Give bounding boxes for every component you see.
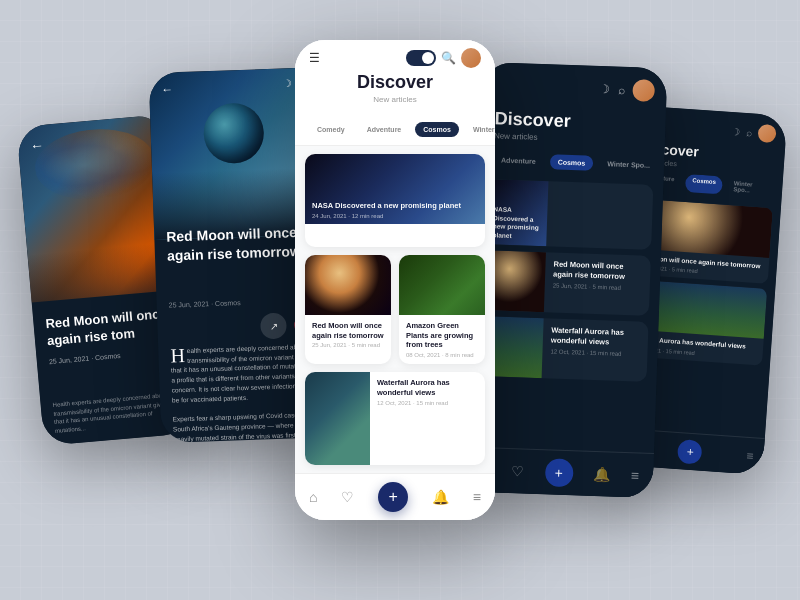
phone3-status-icons: 🔍 [406, 48, 481, 68]
phone4-tab-winter[interactable]: Winter Spo... [599, 156, 658, 173]
phone3-card-nasa-image: NASA Discovered a new promising planet 2… [305, 154, 485, 224]
phone3-home-icon[interactable]: ⌂ [309, 489, 317, 505]
phone4-header: ☽ ⌕ [481, 62, 667, 110]
phone1-back-icon[interactable]: ← [29, 137, 44, 154]
phone3-card-nasa[interactable]: NASA Discovered a new promising planet 2… [305, 154, 485, 247]
phone3-menu-icon[interactable]: ☰ [309, 51, 320, 65]
phone3-bookmark-icon[interactable]: ♡ [341, 489, 354, 505]
phone3-tab-cosmos[interactable]: Cosmos [415, 122, 459, 137]
phone4-card-moon[interactable]: Red Moon will once again rise tomorrow 2… [484, 250, 651, 316]
phone4-fab-button[interactable]: + [544, 458, 573, 487]
phone2-planet [202, 103, 264, 165]
phone5-avatar[interactable] [757, 124, 776, 143]
phone3-bell-icon[interactable]: 🔔 [432, 489, 449, 505]
phone4-card-moon-title: Red Moon will once again rise tomorrow [553, 260, 643, 283]
phone4-avatar[interactable] [632, 79, 655, 102]
phone3-card-green-title: Amazon Green Plants are growing from tre… [406, 321, 478, 350]
phone4-card-moon-body: Red Moon will once again rise tomorrow 2… [544, 252, 651, 316]
phone3-card-waterfall-meta: 12 Oct, 2021 · 15 min read [377, 400, 478, 406]
phone2-dropcap: H [170, 346, 185, 364]
phone3-tab-adventure[interactable]: Adventure [359, 122, 410, 137]
phone3-subtitle: New articles [309, 95, 481, 104]
phone-4: ☽ ⌕ Discover New articles Adventure Cosm… [468, 62, 668, 498]
phone3-card-moon[interactable]: Red Moon will once again rise tomorrow 2… [305, 255, 391, 364]
phone4-card-waterfall-meta: 12 Oct, 2021 · 15 min read [550, 348, 639, 357]
phone3-avatar[interactable] [461, 48, 481, 68]
phone3-card-green-image [399, 255, 485, 315]
phone3-header: Discover New articles [295, 72, 495, 114]
phone4-discover-title: Discover [494, 108, 652, 134]
phone5-filter-icon[interactable]: ≡ [746, 449, 754, 463]
phone4-card-nasa[interactable]: NASA Discovered a new promising planet [486, 179, 653, 250]
phone5-fab-button[interactable]: + [677, 439, 703, 465]
phone3-search-icon[interactable]: 🔍 [441, 51, 456, 65]
phone4-tab-cosmos[interactable]: Cosmos [549, 154, 593, 171]
phone3-bottom-nav: ⌂ ♡ + 🔔 ≡ [295, 473, 495, 520]
phone3-filter-icon[interactable]: ≡ [473, 489, 481, 505]
phone3-discover-title: Discover [309, 72, 481, 93]
phone4-moon-icon[interactable]: ☽ [598, 82, 609, 96]
phone3-cards: NASA Discovered a new promising planet 2… [295, 146, 495, 473]
phone4-bell-icon[interactable]: 🔔 [593, 466, 611, 483]
phone3-card-green-meta: 08 Oct, 2021 · 8 min read [406, 352, 478, 358]
phone3-card-waterfall[interactable]: Waterfall Aurora has wonderful views 12 … [305, 372, 485, 465]
phone3-card-moon-image [305, 255, 391, 315]
phone3-card-moon-body: Red Moon will once again rise tomorrow 2… [305, 315, 391, 355]
phone2-share-button[interactable]: ↗ [260, 313, 287, 340]
phone4-bottom-nav: ⌂ ♡ + 🔔 ≡ [468, 447, 654, 498]
phone4-filter-icon[interactable]: ≡ [631, 467, 640, 483]
phones-container: ← Red Moon will once again rise tom 25 J… [0, 0, 800, 600]
phone4-card-nasa-image: NASA Discovered a new promising planet [486, 179, 548, 246]
phone4-card-moon-meta: 25 Jun, 2021 · 5 min read [553, 282, 642, 291]
phone4-title-section: Discover New articles [480, 104, 666, 154]
phone4-card-waterfall[interactable]: Waterfall Aurora has wonderful views 12 … [482, 316, 649, 382]
phone3-card-waterfall-title: Waterfall Aurora has wonderful views [377, 378, 478, 398]
phone-3: ☰ 🔍 Discover New articles Comedy Adventu… [295, 40, 495, 520]
phone4-bookmark-icon[interactable]: ♡ [511, 463, 525, 479]
phone5-tab-cosmos[interactable]: Cosmos [684, 174, 723, 195]
phone3-card-waterfall-body: Waterfall Aurora has wonderful views 12 … [370, 372, 485, 465]
phone5-tab-winter[interactable]: Winter Spo... [726, 177, 773, 198]
phone4-tab-adventure[interactable]: Adventure [493, 152, 544, 169]
phone5-search-icon[interactable]: ⌕ [746, 127, 753, 138]
phone4-cards: NASA Discovered a new promising planet R… [469, 175, 663, 453]
phone3-card-green[interactable]: Amazon Green Plants are growing from tre… [399, 255, 485, 364]
phone4-search-icon[interactable]: ⌕ [617, 83, 624, 97]
phone2-meta: 25 Jun, 2021 · Cosmos [169, 299, 241, 309]
phone3-card-row-1: Red Moon will once again rise tomorrow 2… [305, 255, 485, 364]
phone3-card-green-body: Amazon Green Plants are growing from tre… [399, 315, 485, 364]
phone3-card-moon-meta: 25 Jun, 2021 · 5 min read [312, 342, 384, 348]
phone3-tab-winter[interactable]: Winter Spo... [465, 122, 495, 137]
phone3-tab-comedy[interactable]: Comedy [309, 122, 353, 137]
phone4-card-waterfall-body: Waterfall Aurora has wonderful views 12 … [542, 318, 649, 382]
phone3-fab-button[interactable]: + [378, 482, 408, 512]
phone3-tabs: Comedy Adventure Cosmos Winter Spo... [295, 114, 495, 146]
phone5-moon-icon: ☽ [731, 125, 741, 137]
phone3-card-waterfall-image [305, 372, 370, 465]
phone3-dark-mode-toggle[interactable] [406, 50, 436, 66]
phone4-card-waterfall-title: Waterfall Aurora has wonderful views [551, 325, 641, 348]
phone2-moon-icon: ☽ [283, 78, 292, 92]
phone3-statusbar: ☰ 🔍 [295, 40, 495, 72]
phone2-back-icon[interactable]: ← [161, 82, 173, 96]
phone3-card-moon-title: Red Moon will once again rise tomorrow [312, 321, 384, 341]
